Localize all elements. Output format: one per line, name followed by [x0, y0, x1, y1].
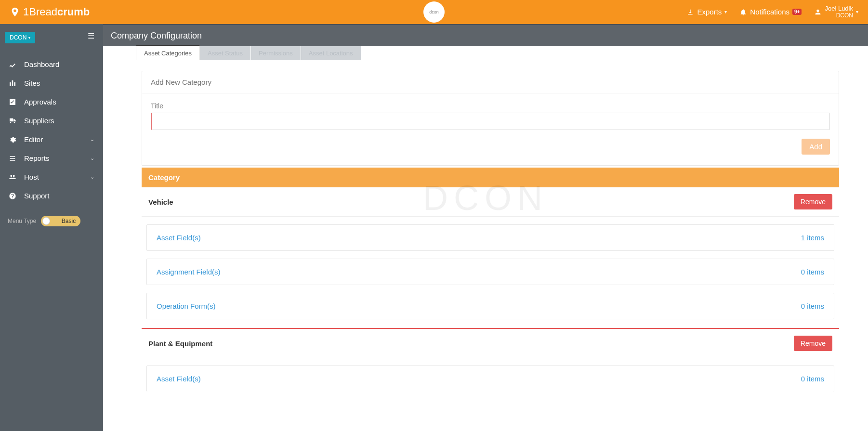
tab-asset-locations[interactable]: Asset Locations: [301, 46, 361, 60]
sub-row-label: Asset Field(s): [157, 375, 201, 383]
menu-type-toggle[interactable]: Basic: [41, 216, 80, 226]
sub-row-count: 1 items: [801, 234, 824, 242]
menu-type-row: Menu Type Basic: [8, 216, 95, 226]
title-field-label: Title: [151, 102, 830, 110]
category-sub-row[interactable]: Asset Field(s) 1 items: [146, 224, 834, 251]
remove-button[interactable]: Remove: [794, 336, 832, 351]
list-icon: [9, 155, 17, 162]
sidebar-item-label: Host: [24, 173, 39, 181]
category-sub-row[interactable]: Operation Form(s) 0 items: [146, 293, 834, 319]
page-header: Company Configuration: [103, 24, 868, 46]
chart-icon: [9, 61, 17, 68]
page-title: Company Configuration: [111, 31, 202, 41]
add-category-panel: Add New Category Title Add: [142, 71, 839, 166]
remove-button[interactable]: Remove: [794, 194, 832, 209]
content: Add New Category Title Add Category Vehi…: [103, 60, 868, 411]
user-name: Joel Ludik: [825, 5, 853, 12]
category-column-header: Category: [142, 168, 839, 187]
sub-row-count: 0 items: [801, 268, 824, 276]
sidebar-item-label: Sites: [24, 79, 40, 87]
sidebar-item-label: Reports: [24, 154, 50, 162]
category-block: Vehicle Remove Asset Field(s) 1 items As…: [142, 187, 839, 329]
sidebar-item-sites[interactable]: Sites: [0, 74, 103, 92]
exports-menu[interactable]: Exports ▾: [686, 8, 727, 16]
sidebar-item-approvals[interactable]: Approvals: [0, 92, 103, 111]
gate-icon: [9, 79, 17, 87]
sidebar-item-label: Editor: [24, 135, 43, 144]
sidebar-item-editor[interactable]: Editor ⌄: [0, 130, 103, 149]
tab-label: Asset Status: [208, 50, 243, 57]
tab-permissions[interactable]: Permissions: [251, 46, 301, 60]
export-icon: [686, 8, 694, 16]
chevron-down-icon: ⌄: [90, 155, 94, 161]
notifications-label: Notifications: [750, 8, 789, 16]
sidebar-item-support[interactable]: Support: [0, 186, 103, 205]
chevron-down-icon: ▾: [28, 36, 30, 40]
add-category-heading: Add New Category: [142, 71, 839, 93]
gear-icon: [9, 136, 17, 144]
tab-label: Asset Locations: [309, 50, 353, 57]
user-menu[interactable]: Joel Ludik DCON ▾: [814, 5, 858, 18]
sidebar-nav: Dashboard Sites Approvals Suppliers Edit…: [0, 55, 103, 205]
category-name: Plant & Equipment: [148, 340, 212, 348]
sidebar-item-label: Suppliers: [24, 117, 54, 125]
add-button[interactable]: Add: [802, 139, 830, 155]
sidebar-item-dashboard[interactable]: Dashboard: [0, 55, 103, 74]
sidebar-item-host[interactable]: Host ⌄: [0, 168, 103, 186]
chevron-down-icon: ⌄: [90, 174, 94, 180]
company-logo-text: dcon: [429, 10, 439, 14]
sub-row-count: 0 items: [801, 302, 824, 310]
truck-icon: [9, 117, 17, 125]
check-icon: [9, 98, 17, 106]
category-block: Plant & Equipment Remove Asset Field(s) …: [142, 329, 839, 392]
topbar: 1Breadcrumb dcon Exports ▾ Notifications…: [0, 0, 868, 24]
tab-asset-status[interactable]: Asset Status: [200, 46, 251, 60]
org-selector[interactable]: DCON ▾: [5, 32, 35, 43]
tab-label: Asset Categories: [144, 50, 192, 57]
user-icon: [814, 8, 822, 16]
brand-logo-icon: [10, 7, 20, 17]
category-sub-row[interactable]: Asset Field(s) 0 items: [146, 366, 834, 392]
users-icon: [9, 173, 17, 181]
chevron-down-icon: ▾: [856, 9, 858, 14]
sidebar-toggle[interactable]: ☰: [88, 31, 94, 40]
tab-asset-categories[interactable]: Asset Categories: [136, 45, 200, 60]
chevron-down-icon: ▾: [724, 9, 727, 14]
add-category-body: Title Add: [142, 93, 839, 165]
brand-text: 1Breadcrumb: [23, 6, 90, 18]
sidebar-item-reports[interactable]: Reports ⌄: [0, 149, 103, 168]
sidebar-item-label: Dashboard: [24, 60, 59, 68]
exports-label: Exports: [697, 8, 722, 16]
bell-icon: [739, 8, 747, 16]
sub-row-label: Asset Field(s): [157, 234, 201, 242]
notifications-badge: 9+: [792, 9, 802, 15]
chevron-down-icon: ⌄: [90, 136, 94, 143]
category-row: Plant & Equipment Remove: [142, 329, 839, 358]
brand: 1Breadcrumb: [10, 6, 90, 18]
sidebar-item-suppliers[interactable]: Suppliers: [0, 111, 103, 130]
category-name: Vehicle: [148, 198, 173, 206]
sidebar-item-label: Support: [24, 192, 50, 200]
menu-type-label: Menu Type: [8, 218, 36, 224]
tab-label: Permissions: [259, 50, 293, 57]
user-name-block: Joel Ludik DCON: [825, 5, 853, 18]
toggle-knob: [42, 217, 50, 225]
tabs-container: Asset Categories Asset Status Permission…: [103, 46, 868, 60]
sidebar: ☰ DCON ▾ Dashboard Sites Approvals Suppl…: [0, 24, 103, 431]
company-logo-circle: dcon: [423, 1, 445, 23]
sidebar-item-label: Approvals: [24, 98, 56, 106]
user-org: DCON: [825, 13, 853, 19]
topbar-right: Exports ▾ Notifications 9+ Joel Ludik DC…: [686, 5, 858, 18]
menu-type-value: Basic: [62, 218, 76, 224]
sub-row-label: Assignment Field(s): [157, 268, 221, 276]
main: Company Configuration Asset Categories A…: [103, 24, 868, 431]
title-input[interactable]: [151, 113, 830, 130]
notifications-menu[interactable]: Notifications 9+: [739, 8, 802, 16]
tabs: Asset Categories Asset Status Permission…: [136, 46, 868, 60]
sub-row-label: Operation Form(s): [157, 302, 216, 310]
question-icon: [9, 192, 17, 200]
sub-row-count: 0 items: [801, 375, 824, 383]
org-selector-label: DCON: [10, 34, 26, 41]
category-sub-row[interactable]: Assignment Field(s) 0 items: [146, 259, 834, 285]
category-row: Vehicle Remove: [142, 187, 839, 217]
